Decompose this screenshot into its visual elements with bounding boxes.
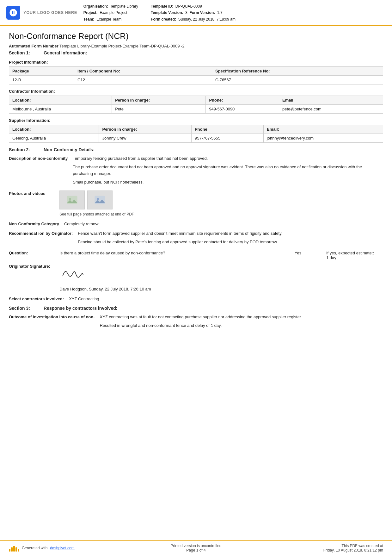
contractor-col-1: Location: — [9, 96, 112, 105]
question-content: Is there a project time delay caused by … — [59, 251, 383, 260]
recommendation-value: Fence wasn't form approved supplier and … — [78, 230, 383, 247]
template-version-value: 3 — [185, 10, 187, 15]
contractor-info-heading: Contractor Information: — [9, 89, 383, 94]
supplier-location: Geelong, Australia — [9, 134, 99, 143]
footer-page: Page 1 of 4 — [97, 548, 295, 552]
supplier-col-2: Person in charge: — [99, 125, 191, 134]
outcome-label-text: Outcome of investigation into cause of n… — [9, 315, 95, 319]
supplier-info-row: Geelong, Australia Johnny Crew 957-767-5… — [9, 134, 383, 143]
recommendation-row: Recommendat ion by Originator: Fence was… — [9, 230, 383, 247]
template-id-label: Template ID: — [151, 4, 173, 9]
outcome-p2: Resulted in wrongful and non-conformant … — [100, 322, 383, 329]
bar-3 — [13, 546, 15, 552]
recommendation-label: Recommendat ion by Originator: — [9, 230, 78, 237]
section3-title: Response by contractors involved: — [44, 306, 117, 311]
photos-row: Photos and videos — [9, 190, 383, 217]
outcome-value: XYZ contracting was at fault for not con… — [100, 314, 383, 331]
footer: Generated with dashpivot.com Printed ver… — [0, 540, 392, 555]
section1-number: Section 1: — [9, 50, 44, 55]
photos-value: See full page photos attached at end of … — [59, 190, 383, 217]
question-estimate-value: 1 day — [326, 255, 336, 260]
logo-icon — [6, 6, 20, 20]
recommendation-p2: Fencing should be collected by Pete's fe… — [78, 239, 383, 246]
contractor-col-2: Person in charge: — [112, 96, 206, 105]
supplier-person: Johnny Crew — [99, 134, 191, 143]
project-value: Example Project — [100, 10, 127, 15]
select-contractors-label: Select contractors involved: — [9, 296, 69, 302]
footer-generated-text: Generated with — [22, 546, 47, 550]
footer-left: Generated with dashpivot.com — [9, 545, 97, 552]
supplier-info-heading: Supplier Information: — [9, 118, 383, 123]
section3-row: Section 3: Response by contractors invol… — [9, 306, 383, 311]
page: YOUR LOGO GOES HERE Organisation: Templa… — [0, 0, 392, 555]
question-text: Is there a project time delay caused by … — [59, 251, 282, 255]
photo-caption: See full page photos attached at end of … — [59, 211, 383, 217]
project-info-table: Package Item / Component No: Specificati… — [9, 66, 383, 84]
signature-value: Dave Hodgson, Sunday, 22 July 2018, 7:26… — [59, 263, 383, 293]
supplier-col-3: Phone: — [191, 125, 263, 134]
footer-link[interactable]: dashpivot.com — [50, 546, 74, 550]
contractor-info-row: Melbourne , Australia Pete 949-567-0090 … — [9, 105, 383, 114]
contractor-info-table: Location: Person in charge: Phone: Email… — [9, 96, 383, 114]
contractor-person: Pete — [112, 105, 206, 114]
form-created-row: Form created: Sunday, 22 July 2018, 7:18… — [151, 16, 236, 22]
footer-right: This PDF was created at Friday, 10 Augus… — [295, 544, 383, 552]
footer-bars-icon — [9, 545, 19, 552]
nc-category-label: Non-Conformity Category — [9, 221, 64, 227]
template-id-value: DP-QUAL-0009 — [175, 4, 202, 9]
content: Non-Conformance Report (NCR) Automated F… — [0, 26, 392, 555]
footer-of-4: of 4 — [199, 548, 206, 552]
photo-icon-1 — [66, 194, 78, 206]
logo-text: YOUR LOGO GOES HERE — [23, 10, 77, 15]
supplier-info-table: Location: Person in charge: Phone: Email… — [9, 125, 383, 143]
photos-thumbnails — [59, 190, 383, 209]
team-value: Example Team — [96, 17, 121, 22]
footer-center: Printed version is uncontrolled Page 1 o… — [97, 544, 295, 552]
contractor-location: Melbourne , Australia — [9, 105, 112, 114]
question-estimate: If yes, expected estimate:: 1 day — [326, 251, 383, 260]
team-label: Team: — [83, 17, 94, 22]
recommendation-p1: Fence wasn't form approved supplier and … — [78, 230, 383, 237]
description-p3: Small purchase, but NCR nonetheless. — [73, 179, 383, 186]
org-value: Template Library — [110, 4, 138, 9]
logo-area: YOUR LOGO GOES HERE — [6, 3, 77, 22]
project-col-3: Specification Reference No: — [212, 67, 383, 76]
header: YOUR LOGO GOES HERE Organisation: Templa… — [0, 0, 392, 26]
section2-title: Non-Conformity Details: — [44, 147, 95, 152]
outcome-row: Outcome of investigation into cause of n… — [9, 314, 383, 331]
form-created-label: Form created: — [151, 17, 176, 22]
nc-category-value: Completely remove — [64, 221, 383, 228]
nc-category-row: Non-Conformity Category Completely remov… — [9, 221, 383, 228]
project-row: Project: Example Project — [83, 9, 138, 16]
team-row: Team: Example Team — [83, 16, 138, 22]
org-row: Organisation: Template Library — [83, 3, 138, 9]
section1-row: Section 1: General Information: — [9, 50, 383, 55]
project-label: Project: — [83, 10, 98, 15]
contractor-email: pete@petefence.com — [279, 105, 383, 114]
description-p2: The purchase order document had not been… — [73, 164, 383, 177]
form-number-label: Automated Form Number — [9, 44, 59, 48]
contractor-col-3: Phone: — [206, 96, 279, 105]
supplier-col-4: Email: — [263, 125, 383, 134]
form-created-value: Sunday, 22 July 2018, 7:18:09 am — [178, 17, 236, 22]
bar-4 — [15, 547, 17, 552]
template-version-label: Template Version: — [151, 10, 183, 15]
contractor-col-4: Email: — [279, 96, 383, 105]
supplier-col-1: Location: — [9, 125, 99, 134]
signature-text — [59, 265, 383, 284]
project-col-1: Package — [9, 67, 74, 76]
photos-label: Photos and videos — [9, 190, 59, 197]
question-answer: Yes — [295, 251, 314, 255]
description-label: Description of non-conformity — [9, 155, 73, 162]
header-col-left: Organisation: Template Library Project: … — [83, 3, 138, 22]
form-number-row: Automated Form Number Template Library-E… — [9, 44, 383, 48]
svg-point-1 — [69, 198, 71, 200]
footer-uncontrolled: Printed version is uncontrolled — [97, 544, 295, 548]
signature-svg — [59, 265, 97, 281]
project-info-row: 12-B C12 C-76567 — [9, 76, 383, 84]
section2-row: Section 2: Non-Conformity Details: — [9, 147, 383, 152]
bar-1 — [9, 549, 10, 552]
outcome-label: Outcome of investigation into cause of n… — [9, 314, 100, 320]
question-if-yes-label: If yes, expected estimate:: — [326, 251, 374, 255]
description-row: Description of non-conformity Temporary … — [9, 155, 383, 187]
